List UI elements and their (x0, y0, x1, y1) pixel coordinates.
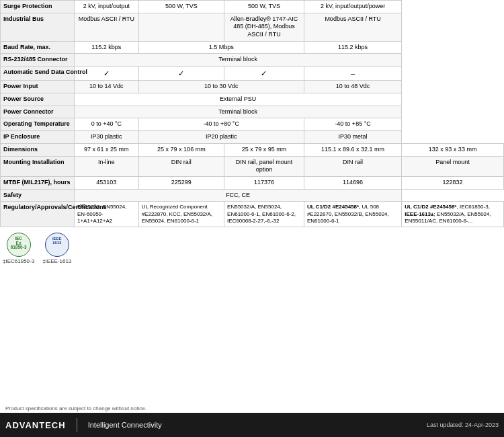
table-row: RS-232/485 ConnectorTerminal block (1, 54, 504, 67)
cell-value: External PSU (75, 93, 402, 106)
row-label: Automatic Send Data Control (1, 67, 75, 81)
cell-value: 115.2 kbps (75, 41, 139, 54)
table-row: Surge Protection2 kV, input/output500 W,… (1, 1, 504, 13)
footer: ADVANTECH Intelligent Connectivity Last … (0, 413, 504, 437)
table-row: Baud Rate, max.115.2 kbps1.5 Mbps115.2 k… (1, 41, 504, 54)
advantech-logo: ADVANTECH (5, 420, 66, 430)
sub-note-text: Product specifications are subject to ch… (5, 405, 146, 411)
cell-value: UL C1/D2 #E245458*, UL 508 #E222870, EN5… (304, 202, 401, 227)
cell-value: DIN rail (304, 156, 401, 176)
cell-value: 500 W, TVS (224, 1, 304, 13)
table-row: Mounting InstallationIn-lineDIN railDIN … (1, 156, 504, 176)
row-label: Power Input (1, 81, 75, 93)
row-label: Baud Rate, max. (1, 41, 75, 54)
row-label: IP Enclosure (1, 131, 75, 144)
cell-value: 114696 (304, 176, 401, 189)
logos-row: IECEx61850-3 ‡IEC61850-3 IEEE1613 ‡IEEE-… (0, 227, 504, 270)
table-row: Power ConnectorTerminal block (1, 106, 504, 118)
cell-value: 500 W, TVS (138, 1, 224, 13)
cell-value: Modbus ASCII / RTU (304, 13, 401, 41)
iec-label: ‡IEC61850-3 (3, 258, 34, 264)
cell-value: -40 to +85 °C (304, 118, 401, 131)
ieee-logo-item: IEEE1613 ‡IEEE-1613 (42, 233, 71, 264)
row-label: Safety (1, 189, 75, 202)
cell-value (138, 13, 224, 41)
cell-value: 1.5 Mbps (138, 41, 304, 54)
table-row: MTBF (MIL217F), hours4531032252991173761… (1, 176, 504, 189)
table-row: Industrial BusModbus ASCII / RTUAllen-Br… (1, 13, 504, 41)
cell-value: Modbus ASCII / RTU (75, 13, 139, 41)
cell-value: FCC, CE (75, 189, 402, 202)
cell-value: 10 to 48 Vdc (304, 81, 401, 93)
row-label: Industrial Bus (1, 13, 75, 41)
cell-value: DIN rail (138, 156, 224, 176)
cell-value: UL Recognized Component #E222870, KCC, E… (138, 202, 224, 227)
cell-value: 115.2 kbps (304, 41, 401, 54)
cell-value: 25 x 79 x 95 mm (224, 143, 304, 156)
cell-value: ✓ (138, 67, 224, 81)
cell-value: Panel mount (402, 156, 504, 176)
footer-divider (77, 418, 77, 432)
row-label: Regulatory/Approvals/Certifications (1, 202, 75, 227)
cell-value: DIN rail, panel mount option (224, 156, 304, 176)
row-label: Power Connector (1, 106, 75, 118)
iec-logo-item: IECEx61850-3 ‡IEC61850-3 (3, 233, 34, 264)
table-row: SafetyFCC, CE (1, 189, 504, 202)
cell-value: Terminal block (75, 54, 402, 67)
cell-value: 10 to 14 Vdc (75, 81, 139, 93)
cell-value: In-line (75, 156, 139, 176)
row-label: RS-232/485 Connector (1, 54, 75, 67)
specs-table: Surge Protection2 kV, input/output500 W,… (0, 0, 504, 227)
ieee-label: ‡IEEE-1613 (42, 258, 71, 264)
cell-value: 117376 (224, 176, 304, 189)
cell-value: Allen-Bradley® 1747-AIC 485 (DH-485), Mo… (224, 13, 304, 41)
ieee-badge: IEEE1613 (45, 233, 69, 257)
row-label: Operating Temperature (1, 118, 75, 131)
footer-brand: ADVANTECH Intelligent Connectivity (5, 418, 162, 432)
table-row: Regulatory/Approvals/CertificationsEN550… (1, 202, 504, 227)
cell-value: EN55032/A, EN55024, EN61000-6-1, EN61000… (224, 202, 304, 227)
cell-value: 132 x 93 x 33 mm (402, 143, 504, 156)
footer-tagline: Intelligent Connectivity (88, 421, 162, 429)
cell-value: IP30 plastic (75, 131, 139, 144)
row-label: Dimensions (1, 143, 75, 156)
main-content: Surge Protection2 kV, input/output500 W,… (0, 0, 504, 403)
table-row: Dimensions97 x 61 x 25 mm25 x 79 x 106 m… (1, 143, 504, 156)
sub-note: Product specifications are subject to ch… (0, 404, 504, 413)
cell-value: IP20 plastic (138, 131, 304, 144)
table-row: Automatic Send Data Control✓✓✓– (1, 67, 504, 81)
cell-value: 2 kV, input/output (75, 1, 139, 13)
cell-value: 115.1 x 89.6 x 32.1 mm (304, 143, 401, 156)
cell-value: 225299 (138, 176, 224, 189)
table-row: IP EnclosureIP30 plasticIP20 plasticIP30… (1, 131, 504, 144)
cell-value: 2 kV, input/output/power (304, 1, 401, 13)
row-label: Surge Protection (1, 1, 75, 13)
table-row: Power Input10 to 14 Vdc10 to 30 Vdc10 to… (1, 81, 504, 93)
cell-value: IP30 metal (304, 131, 401, 144)
cell-value: 0 to +40 °C (75, 118, 139, 131)
footer-updated: Last updated: 24-Apr-2023 (427, 422, 499, 428)
table-row: Power SourceExternal PSU (1, 93, 504, 106)
cell-value: UL C1/D2 #E245458*, IEC61850-3, IEEE-161… (402, 202, 504, 227)
table-row: Operating Temperature0 to +40 °C-40 to +… (1, 118, 504, 131)
cell-value: Terminal block (75, 106, 402, 118)
cell-value: 25 x 79 x 106 mm (138, 143, 224, 156)
cell-value: 97 x 61 x 25 mm (75, 143, 139, 156)
cell-value: -40 to +80 °C (138, 118, 304, 131)
cell-value: 10 to 30 Vdc (138, 81, 304, 93)
cell-value: 453103 (75, 176, 139, 189)
row-label: Mounting Installation (1, 156, 75, 176)
cell-value: EN55032, EN55024, EN-60950-1+A1+A12+A2 (75, 202, 139, 227)
cell-value: 122832 (402, 176, 504, 189)
cell-value: ✓ (224, 67, 304, 81)
row-label: Power Source (1, 93, 75, 106)
cell-value: – (304, 67, 401, 81)
row-label: MTBF (MIL217F), hours (1, 176, 75, 189)
iec-badge: IECEx61850-3 (7, 233, 31, 257)
